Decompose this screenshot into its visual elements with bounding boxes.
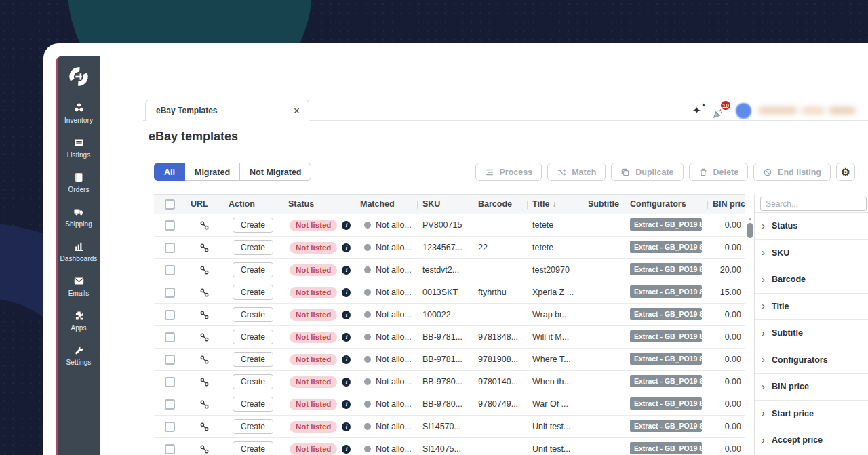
end-listing-button[interactable]: End listing [753,163,831,181]
info-icon[interactable]: i [342,445,351,454]
filter-item-subtitle[interactable]: ›Subtitle [755,320,868,347]
link-icon[interactable] [199,288,210,298]
row-checkbox[interactable] [165,444,175,454]
app-logo-icon[interactable] [66,64,91,89]
row-checkbox[interactable] [165,243,175,253]
create-button[interactable]: Create [233,285,273,300]
row-checkbox[interactable] [165,288,175,298]
link-icon[interactable] [199,332,210,342]
view-tab-not-migrated[interactable]: Not Migrated [239,163,311,181]
link-icon[interactable] [199,444,210,454]
create-button[interactable]: Create [233,307,273,322]
column-header-matched[interactable]: Matched [355,199,417,209]
avatar[interactable] [736,103,751,119]
select-all-checkbox[interactable] [165,199,175,210]
create-button[interactable]: Create [233,262,273,277]
delete-button[interactable]: Delete [689,163,749,181]
row-checkbox[interactable] [165,310,175,320]
configurator-badge[interactable]: Extract - GB_PO19 8DJ [630,420,702,432]
info-icon[interactable]: i [342,266,351,275]
process-button[interactable]: Process [475,163,542,181]
create-button[interactable]: Create [233,441,273,455]
filter-item-accept-price[interactable]: ›Accept price [755,427,868,454]
row-checkbox[interactable] [165,377,175,387]
create-button[interactable]: Create [233,240,273,255]
configurator-badge[interactable]: Extract - GB_PO19 8DJ [630,285,702,298]
link-icon[interactable] [199,399,210,410]
table-settings-button[interactable]: ⚙ [836,163,855,181]
info-icon[interactable]: i [342,243,351,252]
column-header-url[interactable]: URL [185,199,223,209]
link-icon[interactable] [199,377,210,387]
sidebar-item-dashboards[interactable]: Dashboards [58,234,100,269]
filter-item-barcode[interactable]: ›Barcode [755,266,868,294]
sidebar-item-apps[interactable]: Apps [58,303,100,338]
info-icon[interactable]: i [342,400,351,409]
scroll-up-icon[interactable]: ▲ [748,216,753,221]
link-icon[interactable] [199,422,210,432]
column-header-title[interactable]: Title↓ [527,199,583,209]
configurator-badge[interactable]: Extract - GB_PO19 8DJ [630,308,702,320]
scrollbar-thumb[interactable] [747,223,753,238]
info-icon[interactable]: i [342,378,351,387]
info-icon[interactable]: i [342,311,351,319]
configurator-badge[interactable]: Extract - GB_PO19 8DJ [630,218,702,231]
row-checkbox[interactable] [165,355,175,365]
row-checkbox[interactable] [165,422,175,432]
configurator-badge[interactable]: Extract - GB_PO19 8DJ [630,353,702,365]
configurator-badge[interactable]: Extract - GB_PO19 8DJ [630,330,702,342]
create-button[interactable]: Create [233,352,273,367]
sidebar-item-inventory[interactable]: Inventory [58,96,100,130]
filter-item-start-price[interactable]: ›Start price [755,401,868,428]
row-checkbox[interactable] [165,332,175,342]
info-icon[interactable]: i [342,221,351,230]
create-button[interactable]: Create [233,397,273,412]
configurator-badge[interactable]: Extract - GB_PO19 8DJ [630,263,702,275]
filter-item-status[interactable]: ›Status [755,213,868,240]
row-checkbox[interactable] [165,220,175,231]
sidebar-item-shipping[interactable]: Shipping [58,199,100,234]
filter-item-bin-price[interactable]: ›BIN price [755,374,868,401]
filter-item-configurators[interactable]: ›Configurators [755,347,868,374]
link-icon[interactable] [199,355,210,365]
configurator-badge[interactable]: Extract - GB_PO19 8DJ [630,442,702,454]
view-tab-all[interactable]: All [154,163,185,181]
link-icon[interactable] [199,265,210,275]
configurator-badge[interactable]: Extract - GB_PO19 8DJ [630,397,702,410]
match-button[interactable]: Match [547,163,606,181]
create-button[interactable]: Create [233,419,273,434]
configurator-badge[interactable]: Extract - GB_PO19 8DJ [630,241,702,253]
filter-item-sku[interactable]: ›SKU [755,240,868,267]
configurator-badge[interactable]: Extract - GB_PO19 8DJ [630,375,702,387]
column-header-bin-price[interactable]: BIN price [707,199,745,209]
column-header-status[interactable]: Status [283,199,355,209]
create-button[interactable]: Create [233,374,273,389]
info-icon[interactable]: i [342,422,351,431]
table-scrollbar[interactable]: ▲ [747,216,753,238]
link-icon[interactable] [199,220,210,231]
row-checkbox[interactable] [165,399,175,410]
duplicate-button[interactable]: Duplicate [611,163,683,181]
sparkles-icon[interactable]: ✦✦ [692,104,706,117]
filters-search-input[interactable] [760,197,867,211]
column-header-sku[interactable]: SKU [417,199,473,209]
row-checkbox[interactable] [165,265,175,275]
filter-item-title[interactable]: ›Title [755,294,868,321]
create-button[interactable]: Create [233,218,273,233]
column-header-barcode[interactable]: Barcode [473,199,527,209]
column-header-configurators[interactable]: Configurators [625,199,707,209]
close-icon[interactable]: ✕ [293,106,300,115]
column-header-subtitle[interactable]: Subtitle [583,199,625,209]
link-icon[interactable] [199,310,210,320]
create-button[interactable]: Create [233,330,273,344]
tab-ebay-templates[interactable]: eBay Templates ✕ [145,100,309,121]
announcements-icon[interactable]: 10 [713,102,729,119]
sidebar-item-listings[interactable]: Listings [58,130,100,165]
sidebar-item-emails[interactable]: Emails [58,269,100,303]
column-header-action[interactable]: Action [223,199,283,209]
sidebar-item-orders[interactable]: Orders [58,165,100,199]
info-icon[interactable]: i [342,288,351,297]
link-icon[interactable] [199,243,210,253]
info-icon[interactable]: i [342,333,351,342]
info-icon[interactable]: i [342,355,351,364]
